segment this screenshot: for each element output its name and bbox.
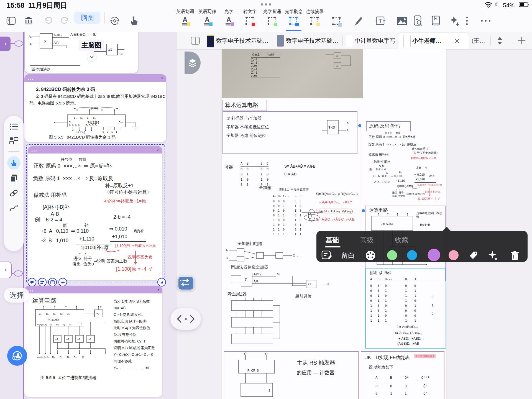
more-horizontal-icon[interactable] xyxy=(480,19,492,23)
status-time: 15:58 xyxy=(7,1,24,9)
card-expand-arrow[interactable]: › xyxy=(161,75,163,81)
ai-sparkles-icon[interactable] xyxy=(487,250,499,261)
popup-tab-favorites[interactable]: 收藏 xyxy=(395,236,408,244)
link-icon[interactable] xyxy=(9,189,18,197)
adder-intro-lines-item: 全加器 考虑 前位进位 xyxy=(226,131,269,140)
selection-excerpt-button[interactable] xyxy=(38,278,47,287)
svg-text:T: T xyxy=(378,18,382,24)
tag-icon[interactable] xyxy=(468,250,479,261)
scribble-select-icon[interactable] xyxy=(9,204,18,212)
full-adder-formula-red: = Aᵢ⊕Bᵢ⊕Cᵢ₋₁ √⊕2个 xyxy=(319,200,353,204)
excerpt-style-icon[interactable] xyxy=(321,250,332,260)
tab-sort-icon[interactable] xyxy=(496,36,504,45)
section-title-operation: 运算电路 xyxy=(369,208,388,213)
card-menu-dots[interactable]: ••• xyxy=(28,77,34,81)
color-swatch-green[interactable] xyxy=(387,250,397,260)
svg-text:A₃ A₂ A₁ A₀ B₃ B₂ B₁ B₀: A₃ A₂ A₁ A₀ B₃ B₂ B₁ B₀ xyxy=(69,124,98,127)
sync-settings-icon[interactable] xyxy=(109,16,120,26)
page-navigator[interactable] xyxy=(170,308,201,330)
sidebar-toggle-icon[interactable] xyxy=(6,16,16,25)
tool-ocr[interactable]: 光学 A xyxy=(218,9,239,26)
tool-to-text[interactable]: 转文字 xyxy=(239,9,260,26)
library-icon[interactable] xyxy=(24,16,34,26)
tool-ocr-concept[interactable]: 光学概念 xyxy=(283,9,304,26)
root-node-label[interactable]: 主脑图 xyxy=(79,40,104,51)
tab-document-3[interactable]: 中计量数电手写 xyxy=(355,37,395,45)
card-menu-dots[interactable]: ••• xyxy=(31,149,37,153)
tool-english-word[interactable]: 英语划词 A xyxy=(175,9,196,26)
image-icon[interactable] xyxy=(396,16,408,26)
card-expand-arrow[interactable]: › xyxy=(157,147,159,152)
branch-connector-oval[interactable] xyxy=(13,270,23,277)
root-collapse-chevron[interactable] xyxy=(87,52,96,61)
tool-continuous-excerpt[interactable]: 连续摘录 xyxy=(304,9,325,26)
scanned-photo[interactable]: 输出Z₁ 功能 Z₁=1Z₂=1Z₃=1Z₄=1Z₅=1Z₆=1 & & xyxy=(222,49,363,98)
mindmap-button[interactable]: 脑图 xyxy=(74,12,100,24)
ai-sparkles-icon[interactable] xyxy=(449,15,461,27)
tab-document-5[interactable]: (王… xyxy=(472,37,485,45)
mindmap-card-complement-notes[interactable]: •••› 符号位 数值 正数 原码 0 ×××…× ⇒ 原=反=补 负数 原码 … xyxy=(28,146,162,280)
tool-ocr-recite[interactable]: 光学背诵 xyxy=(262,9,283,26)
bookmark-book-icon[interactable] xyxy=(431,15,441,26)
swap-panels-button[interactable] xyxy=(178,276,194,290)
tool-english-writing[interactable]: 英语写作 A xyxy=(197,9,218,26)
help-support-button[interactable]: ? xyxy=(7,346,27,366)
color-swatch-blue[interactable] xyxy=(407,250,417,260)
layers-panel-button[interactable] xyxy=(185,52,201,74)
popup-tab-advanced[interactable]: 高级 xyxy=(360,236,374,244)
collapsed-node[interactable]: › xyxy=(0,262,12,278)
mindmap-card-adder-circuit[interactable]: Aᵢ Bᵢ Σ Aᵢ⊕Bᵢ AᵢBᵢ Aᵢ⊕Bᵢ⊕Cᵢ₋₁ = Sᵢ' ≥1 C… xyxy=(24,32,138,73)
color-palette-icon[interactable] xyxy=(365,250,376,261)
hw-line: 〈符号位不参与运算〉 xyxy=(104,190,152,195)
hand-tool-icon[interactable] xyxy=(129,16,139,26)
bcd-circuit-diagram: 余3码 S₃ S₂ S₁ S₀ C₁ 74LS283 C₋₁ A₃ A₂ A₁ … xyxy=(41,107,152,134)
chip-stack-sketch xyxy=(229,298,295,351)
circled-digits-item: 1 xyxy=(432,301,433,310)
nav-prev-icon[interactable] xyxy=(176,315,182,323)
card-expand-arrow[interactable]: › xyxy=(157,287,159,292)
copy-pages-icon[interactable] xyxy=(10,174,18,182)
outline-list-icon[interactable] xyxy=(9,123,18,130)
hw-line-red: 补的补=补取反+1=原 xyxy=(104,198,146,204)
selection-comment-button[interactable] xyxy=(28,278,36,287)
tab-document-2[interactable]: 数字电子技术基础… xyxy=(286,37,338,45)
tab-add-icon[interactable] xyxy=(518,37,526,45)
popup-tab-basic[interactable]: 基础 xyxy=(326,236,339,244)
hand-select-tool-active[interactable] xyxy=(7,156,21,170)
svg-text:C₁: C₁ xyxy=(69,121,71,124)
operation-notes-item: 此时 A 与B 为四位数值 xyxy=(114,325,155,331)
nav-next-icon[interactable] xyxy=(189,315,195,323)
redo-icon[interactable] xyxy=(60,16,70,25)
selection-anchor-dot[interactable] xyxy=(358,124,361,127)
text-box-icon[interactable]: T xyxy=(375,16,386,26)
hw-line: 进位 符号 xyxy=(73,256,92,261)
mindmap-card-bcd-excess3[interactable]: •••› 2. 8421BCD 码转换为余 3 码 余 3 码是在 8421BC… xyxy=(24,74,166,142)
tab-close-icon[interactable] xyxy=(454,39,459,44)
nav-dot xyxy=(185,318,187,320)
mindmap-card-operation-circuit[interactable]: •••› 运算电路 S₃ S₂ S₁ S₀ xyxy=(24,286,162,397)
photo-table: 输出Z₁ 功能 Z₁=1Z₂=1Z₃=1Z₄=1Z₅=1Z₆=1 xyxy=(251,52,280,78)
selection-resize-handle[interactable] xyxy=(157,278,166,287)
split-view-icon[interactable] xyxy=(191,37,200,45)
adder-intro-lines-item: ① 补码器 与全加器 xyxy=(226,114,269,122)
moon-icon: ☾ xyxy=(495,1,500,8)
undo-icon[interactable] xyxy=(43,16,53,25)
trash-icon[interactable] xyxy=(510,250,520,261)
color-swatch-pink[interactable] xyxy=(449,250,459,260)
more-vertical-icon[interactable] xyxy=(465,16,469,26)
selection-anchor-dot[interactable] xyxy=(362,209,365,212)
search-document-icon[interactable] xyxy=(412,15,423,27)
select-mode-bubble[interactable]: 选择 xyxy=(4,288,29,303)
pencil-icon[interactable] xyxy=(353,16,364,26)
branch-connector-oval[interactable] xyxy=(14,40,24,47)
hw-line: 进位 符号 xyxy=(392,191,404,194)
selection-card-button[interactable] xyxy=(48,278,57,287)
popup-blank-label[interactable]: 留白 xyxy=(341,251,355,259)
card-layout-icon[interactable] xyxy=(9,137,19,145)
color-swatch-purple-selected[interactable] xyxy=(429,250,439,260)
selection-add-button[interactable] xyxy=(58,278,67,287)
collapsed-node[interactable]: › xyxy=(0,37,11,51)
select-rect-extra-icon[interactable] xyxy=(331,16,342,27)
hw-line: +1,010 xyxy=(112,234,127,240)
tab-document-1[interactable]: 数字电子技术基础… xyxy=(216,37,268,45)
